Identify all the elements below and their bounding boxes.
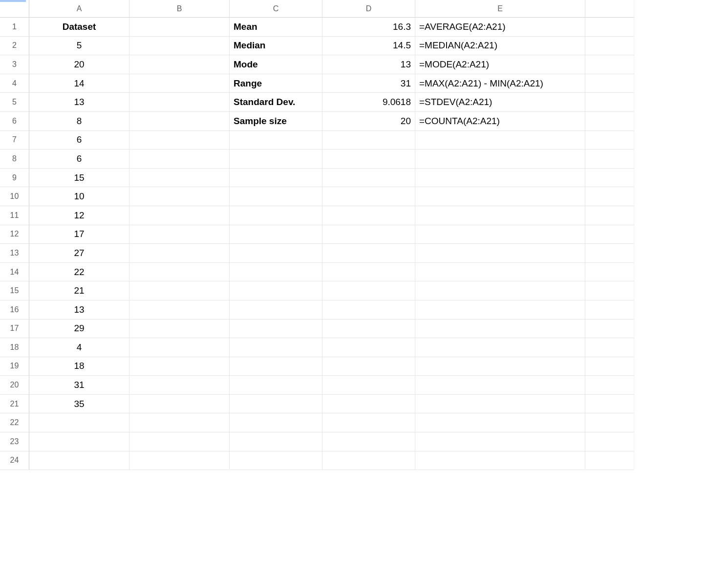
cell-C6[interactable]: Sample size [230, 112, 322, 131]
cell-D3[interactable]: 13 [322, 55, 415, 74]
cell-D24[interactable] [322, 451, 415, 471]
cell-E15[interactable] [415, 281, 585, 300]
row-header-18[interactable]: 18 [0, 338, 29, 357]
cell-E8[interactable] [415, 150, 585, 169]
cell-D18[interactable] [322, 338, 415, 357]
cell-D11[interactable] [322, 206, 415, 225]
cell-E23[interactable] [415, 432, 585, 451]
cell-B2[interactable] [129, 37, 230, 56]
row-header-9[interactable]: 9 [0, 169, 29, 188]
cell-F4[interactable] [585, 74, 634, 93]
cell-B17[interactable] [129, 320, 230, 339]
row-header-23[interactable]: 23 [0, 432, 29, 451]
column-header-D[interactable]: D [322, 0, 415, 18]
cell-B11[interactable] [129, 206, 230, 225]
cell-D13[interactable] [322, 244, 415, 263]
cell-F5[interactable] [585, 93, 634, 112]
cell-A17[interactable]: 29 [29, 320, 129, 339]
cell-B8[interactable] [129, 150, 230, 169]
cell-E13[interactable] [415, 244, 585, 263]
cell-B23[interactable] [129, 432, 230, 451]
cell-F16[interactable] [585, 300, 634, 320]
cell-C13[interactable] [230, 244, 322, 263]
column-header-A[interactable]: A [29, 0, 129, 18]
cell-A10[interactable]: 10 [29, 187, 129, 206]
cell-F9[interactable] [585, 169, 634, 188]
column-header-B[interactable]: B [129, 0, 230, 18]
row-header-11[interactable]: 11 [0, 206, 29, 225]
row-header-20[interactable]: 20 [0, 376, 29, 395]
cell-D6[interactable]: 20 [322, 112, 415, 131]
cell-E9[interactable] [415, 169, 585, 188]
cell-D1[interactable]: 16.3 [322, 18, 415, 37]
cell-E11[interactable] [415, 206, 585, 225]
cell-A18[interactable]: 4 [29, 338, 129, 357]
cell-C9[interactable] [230, 169, 322, 188]
cell-F20[interactable] [585, 376, 634, 395]
cell-D14[interactable] [322, 263, 415, 282]
cell-E3[interactable]: =MODE(A2:A21) [415, 55, 585, 74]
cell-E18[interactable] [415, 338, 585, 357]
cell-D7[interactable] [322, 131, 415, 150]
cell-D4[interactable]: 31 [322, 74, 415, 93]
spreadsheet-grid[interactable]: ABCDE1DatasetMean16.3=AVERAGE(A2:A21)25M… [0, 0, 728, 470]
cell-A11[interactable]: 12 [29, 206, 129, 225]
cell-F18[interactable] [585, 338, 634, 357]
row-header-24[interactable]: 24 [0, 451, 29, 471]
cell-B13[interactable] [129, 244, 230, 263]
select-all-corner[interactable] [0, 0, 29, 18]
row-header-2[interactable]: 2 [0, 37, 29, 56]
cell-A4[interactable]: 14 [29, 74, 129, 93]
cell-D23[interactable] [322, 432, 415, 451]
row-header-3[interactable]: 3 [0, 55, 29, 74]
row-header-8[interactable]: 8 [0, 150, 29, 169]
cell-C22[interactable] [230, 413, 322, 432]
cell-F22[interactable] [585, 413, 634, 432]
cell-B14[interactable] [129, 263, 230, 282]
cell-D21[interactable] [322, 395, 415, 414]
cell-C15[interactable] [230, 281, 322, 300]
cell-C17[interactable] [230, 320, 322, 339]
cell-E17[interactable] [415, 320, 585, 339]
row-header-15[interactable]: 15 [0, 281, 29, 300]
cell-E14[interactable] [415, 263, 585, 282]
cell-C7[interactable] [230, 131, 322, 150]
cell-C20[interactable] [230, 376, 322, 395]
cell-A8[interactable]: 6 [29, 150, 129, 169]
cell-D8[interactable] [322, 150, 415, 169]
cell-F11[interactable] [585, 206, 634, 225]
cell-B5[interactable] [129, 93, 230, 112]
cell-D2[interactable]: 14.5 [322, 37, 415, 56]
cell-C12[interactable] [230, 225, 322, 244]
cell-E7[interactable] [415, 131, 585, 150]
cell-B9[interactable] [129, 169, 230, 188]
cell-B16[interactable] [129, 300, 230, 320]
cell-F17[interactable] [585, 320, 634, 339]
cell-F19[interactable] [585, 357, 634, 376]
cell-F14[interactable] [585, 263, 634, 282]
row-header-14[interactable]: 14 [0, 263, 29, 282]
cell-C10[interactable] [230, 187, 322, 206]
row-header-13[interactable]: 13 [0, 244, 29, 263]
cell-A24[interactable] [29, 451, 129, 471]
cell-B7[interactable] [129, 131, 230, 150]
row-header-21[interactable]: 21 [0, 395, 29, 414]
cell-C3[interactable]: Mode [230, 55, 322, 74]
cell-B20[interactable] [129, 376, 230, 395]
cell-D15[interactable] [322, 281, 415, 300]
cell-F8[interactable] [585, 150, 634, 169]
cell-F6[interactable] [585, 112, 634, 131]
cell-A23[interactable] [29, 432, 129, 451]
cell-E16[interactable] [415, 300, 585, 320]
cell-C18[interactable] [230, 338, 322, 357]
cell-C19[interactable] [230, 357, 322, 376]
row-header-10[interactable]: 10 [0, 187, 29, 206]
cell-F1[interactable] [585, 18, 634, 37]
row-header-5[interactable]: 5 [0, 93, 29, 112]
row-header-12[interactable]: 12 [0, 225, 29, 244]
cell-E21[interactable] [415, 395, 585, 414]
cell-B10[interactable] [129, 187, 230, 206]
cell-D12[interactable] [322, 225, 415, 244]
cell-A5[interactable]: 13 [29, 93, 129, 112]
cell-F24[interactable] [585, 451, 634, 471]
